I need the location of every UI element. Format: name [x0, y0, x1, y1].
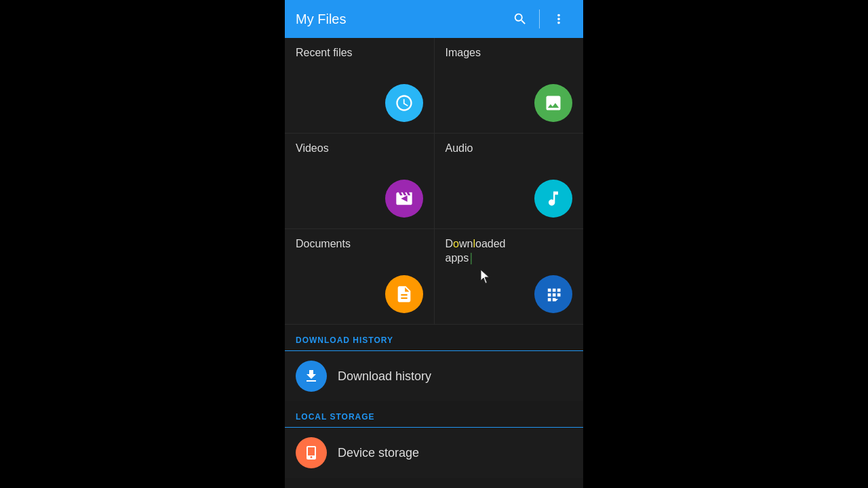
grid-cell-recent-files[interactable]: Recent files	[285, 38, 434, 133]
document-icon	[395, 285, 414, 304]
video-icon	[395, 189, 414, 208]
grid-cell-videos[interactable]: Videos	[285, 134, 434, 228]
download-history-icon	[296, 361, 327, 392]
toolbar-title: My Files	[296, 12, 507, 27]
device-storage-icon	[296, 437, 327, 468]
videos-icon	[385, 180, 423, 218]
files-grid: Recent files Images	[285, 38, 583, 325]
images-label: Images	[446, 47, 481, 58]
grid-cell-images[interactable]: Images	[434, 38, 584, 133]
search-button[interactable]	[507, 5, 534, 33]
documents-icon	[385, 275, 423, 313]
download-history-section: DOWNLOAD HISTORY Download history	[285, 325, 583, 401]
grid-row-2: Videos Audio	[285, 134, 583, 229]
mouse-cursor	[481, 270, 492, 285]
image-icon	[544, 94, 563, 113]
music-icon	[544, 189, 563, 208]
images-icon	[534, 84, 572, 122]
more-options-button[interactable]	[545, 5, 572, 33]
grid-row-1: Recent files Images	[285, 38, 583, 134]
grid-cell-downloaded-apps[interactable]: Downloadedapps│	[434, 229, 584, 324]
more-options-icon	[551, 12, 566, 26]
recent-files-label: Recent files	[296, 47, 353, 58]
downloaded-apps-label: Downloadedapps│	[446, 238, 506, 264]
images-icon-wrap	[534, 84, 572, 122]
download-icon	[303, 368, 319, 384]
toolbar-icons	[507, 5, 572, 33]
local-storage-section: LOCAL STORAGE Device storage	[285, 401, 583, 478]
documents-label: Documents	[296, 238, 351, 249]
downloaded-apps-icon	[534, 275, 572, 313]
toolbar: My Files	[285, 0, 583, 38]
grid-cell-audio[interactable]: Audio	[434, 134, 584, 228]
storage-icon	[303, 445, 319, 461]
grid-row-3: Documents Downloadedapps│	[285, 229, 583, 325]
downloaded-apps-icon-wrap	[534, 275, 572, 313]
recent-files-icon	[385, 84, 423, 122]
clock-icon	[395, 94, 414, 113]
apps-download-icon	[544, 285, 563, 304]
videos-label: Videos	[296, 142, 329, 154]
audio-icon-wrap	[534, 180, 572, 218]
audio-label: Audio	[446, 142, 473, 154]
local-storage-header: LOCAL STORAGE	[285, 401, 583, 428]
search-icon	[513, 12, 528, 26]
download-history-label: Download history	[338, 369, 431, 384]
videos-icon-wrap	[385, 180, 423, 218]
download-history-header: DOWNLOAD HISTORY	[285, 325, 583, 351]
download-history-item[interactable]: Download history	[285, 351, 583, 401]
toolbar-divider	[539, 9, 540, 28]
device-storage-item[interactable]: Device storage	[285, 428, 583, 478]
grid-cell-documents[interactable]: Documents	[285, 229, 434, 324]
phone-screen: My Files Recent files	[285, 0, 583, 488]
device-storage-label: Device storage	[338, 446, 419, 460]
audio-icon	[534, 180, 572, 218]
recent-files-icon-wrap	[385, 84, 423, 122]
documents-icon-wrap	[385, 275, 423, 313]
